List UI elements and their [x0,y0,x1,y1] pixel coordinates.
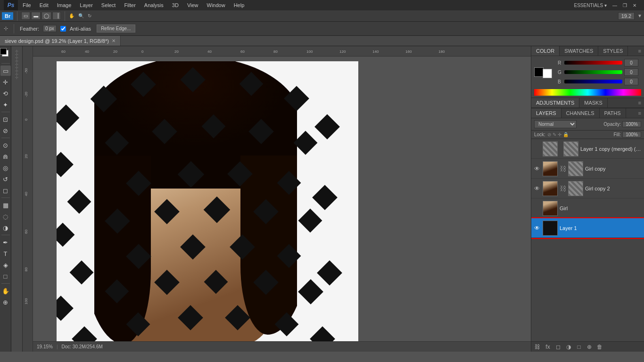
r-slider[interactable] [564,61,622,65]
tool-lasso[interactable]: ⟲ [0,88,11,99]
tool-gradient[interactable]: ▦ [0,200,11,210]
adjustments-panel-menu[interactable]: ≡ [636,98,644,107]
maximize-btn[interactable]: ❐ [621,3,629,8]
color-spectrum-bar[interactable] [534,89,641,96]
g-slider[interactable] [564,70,622,74]
b-slider[interactable] [564,80,622,83]
zoom-icon[interactable]: 🔍 [78,13,84,18]
menu-filter[interactable]: Filter [120,1,139,9]
tool-path-select[interactable]: ◈ [0,260,11,270]
color-swatches[interactable] [0,48,11,59]
tab-swatches[interactable]: SWATCHES [560,46,598,56]
menu-select[interactable]: Select [98,1,120,9]
layer-adjustment-btn[interactable]: ◑ [564,343,573,351]
layer-delete-btn[interactable]: 🗑 [595,343,604,351]
tool-dodge[interactable]: ◑ [0,222,11,233]
menu-file[interactable]: File [19,1,35,9]
single-col-btn[interactable]: ▕ [52,12,61,20]
feather-input[interactable]: 0 px [43,25,57,32]
layer-eye-girl-copy[interactable]: 👁 [533,165,541,173]
tool-magic-wand[interactable]: ✦ [0,99,11,110]
layers-tabs: LAYERS CHANNELS PATHS ≡ [531,108,644,118]
tool-eyedropper[interactable]: ⊘ [0,125,11,136]
ellipse-marquee-btn[interactable]: ◯ [41,12,51,20]
canvas-area[interactable]: 60 40 20 0 20 40 60 80 100 120 140 160 1… [23,46,531,352]
svg-text:40: 40 [207,49,212,54]
lock-position-icon[interactable]: ✛ [558,132,561,137]
layer-item-layer1[interactable]: 👁 Layer 1 [531,218,644,238]
layers-panel-menu[interactable]: ≡ [636,108,644,118]
opacity-value[interactable]: 100% [622,121,641,127]
fill-value[interactable]: 100% [622,132,641,138]
tool-move[interactable]: ✛ [0,77,11,87]
menu-bar: Ps File Edit Image Layer Select Filter A… [0,0,644,10]
fg-color-box[interactable] [534,67,544,77]
menu-edit[interactable]: Edit [36,1,52,9]
minimize-btn[interactable]: — [611,3,619,8]
layer-mask-btn[interactable]: ◻ [554,343,562,351]
tool-marquee[interactable]: ▭ [0,66,11,76]
layer-eye-merged[interactable] [533,145,541,153]
menu-window[interactable]: Window [203,1,229,9]
tool-zoom[interactable]: ⊕ [0,297,11,307]
tab-layers[interactable]: LAYERS [531,108,561,118]
menu-3d[interactable]: 3D [168,1,182,9]
bridge-btn[interactable]: Br [2,12,13,20]
antialias-checkbox[interactable] [60,26,66,32]
layer-eye-layer1[interactable]: 👁 [533,224,541,232]
lock-all-icon[interactable]: 🔒 [563,132,569,137]
doc-close-btn[interactable]: ✕ [112,38,116,43]
layer-group-btn[interactable]: □ [575,343,583,351]
tool-eraser[interactable]: ◻ [0,185,11,196]
b-value[interactable]: 0 [624,78,638,85]
layer-eye-girl[interactable] [533,205,541,212]
essentials-label[interactable]: ESSENTIALS ▾ [572,3,609,8]
r-value[interactable]: 0 [624,59,638,66]
tool-clone[interactable]: ◎ [0,163,11,173]
layer-item-girl-copy[interactable]: 👁 ⛓ Girl copy [531,159,644,179]
menu-layer[interactable]: Layer [76,1,97,9]
tool-brush[interactable]: ⋒ [0,151,11,162]
tab-paths[interactable]: PATHS [600,108,626,118]
layer-eye-girl-copy-2[interactable]: 👁 [533,185,541,192]
single-row-btn[interactable]: ▬ [31,12,41,20]
menu-help[interactable]: Help [230,1,248,9]
rotate-view-icon[interactable]: ↻ [88,13,91,18]
bg-color-box[interactable] [543,69,552,78]
document-tab[interactable]: sieve design.psd @ 19.2% (Layer 1, RGB/8… [0,36,121,46]
layer-item-girl[interactable]: Girl [531,198,644,218]
menu-image[interactable]: Image [53,1,75,9]
tool-text[interactable]: T [0,248,11,259]
fg-color-swatch[interactable] [0,48,7,55]
tab-color[interactable]: COLOR [531,46,560,56]
tool-shape[interactable]: □ [0,271,11,281]
tab-styles[interactable]: STYLES [598,46,628,56]
lock-transparent-icon[interactable]: ⊘ [547,132,551,137]
layer-link-btn[interactable]: ⛓ [533,343,542,351]
rect-marquee-btn[interactable]: ▭ [21,12,30,20]
layer-fx-btn[interactable]: fx [544,343,552,351]
zoom-dropdown-icon[interactable]: ▼ [637,13,642,18]
tool-blur[interactable]: ◌ [0,211,11,222]
blend-mode-select[interactable]: Normal Multiply Screen [534,120,577,128]
menu-view[interactable]: View [183,1,202,9]
tab-adjustments[interactable]: ADJUSTMENTS [531,98,579,107]
g-value[interactable]: 0 [624,68,638,76]
color-panel-menu[interactable]: ≡ [636,46,644,56]
tab-masks[interactable]: MASKS [579,98,608,107]
close-btn[interactable]: ✕ [631,3,638,8]
layer-item-merged[interactable]: Layer 1 copy (merged) (mer... [531,139,644,159]
tool-pen[interactable]: ✒ [0,237,11,247]
lock-image-icon[interactable]: ✎ [553,132,556,137]
hand-icon[interactable]: ✋ [69,13,74,18]
zoom-value[interactable]: 19.2 [618,12,635,20]
tool-spot-heal[interactable]: ⊙ [0,140,11,150]
menu-analysis[interactable]: Analysis [140,1,167,9]
refine-edge-btn[interactable]: Refine Edge... [97,25,135,33]
tool-crop[interactable]: ⊡ [0,114,11,124]
tool-hand[interactable]: ✋ [0,286,11,296]
tool-history[interactable]: ↺ [0,174,11,184]
tab-channels[interactable]: CHANNELS [561,108,600,118]
layer-new-btn[interactable]: ⊕ [585,343,594,351]
layer-item-girl-copy-2[interactable]: 👁 ⛓ Girl copy 2 [531,179,644,198]
